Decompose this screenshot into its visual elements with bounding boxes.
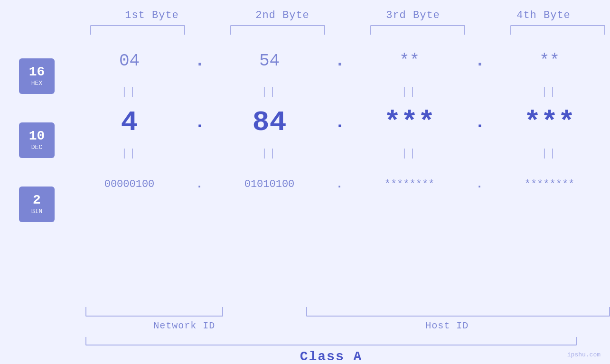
class-label: Class A <box>85 349 577 364</box>
byte-col-3: 3rd Byte <box>348 9 479 25</box>
brackets-bottom <box>76 307 610 317</box>
main-container: 1st Byte 2nd Byte 3rd Byte 4th Byte 16 H… <box>0 0 610 364</box>
byte-label-4: 4th Byte <box>516 9 571 21</box>
dec-badge-num: 10 <box>29 130 45 143</box>
bin-value-2: 01010100 <box>244 178 295 190</box>
badge-column: 16 HEX 10 DEC 2 BIN <box>19 39 55 222</box>
bracket-top-3 <box>370 25 465 35</box>
bin-cell-3: ******** <box>344 178 475 190</box>
eq1-cell-4: || <box>484 86 610 98</box>
eq2-sign-4: || <box>541 148 557 159</box>
bin-cell-1: 00000100 <box>64 178 195 190</box>
dec-cell-2: 84 <box>204 106 335 139</box>
eq2-sign-2: || <box>261 148 277 159</box>
hex-dot-2: . <box>335 51 344 71</box>
hex-dot-3: . <box>475 51 484 71</box>
hex-cell-4: ** <box>484 51 610 71</box>
content-area: 16 HEX 10 DEC 2 BIN 04 . 54 <box>0 39 610 305</box>
dec-dot-3: . <box>475 113 484 132</box>
hex-dot-1: . <box>195 51 204 71</box>
bin-row: 00000100 . 01010100 . ******** . *******… <box>64 163 610 205</box>
data-rows: 04 . 54 . ** . ** || <box>64 39 610 205</box>
hex-cell-1: 04 <box>64 51 195 71</box>
dec-value-4: *** <box>524 106 575 139</box>
bin-value-3: ******** <box>385 178 435 190</box>
class-bracket <box>85 337 577 345</box>
bracket-top-1 <box>90 25 185 35</box>
equals-row-1: || || || || <box>64 82 610 101</box>
hex-row: 04 . 54 . ** . ** <box>64 39 610 82</box>
dec-value-1: 4 <box>121 106 138 139</box>
byte-label-3: 3rd Byte <box>386 9 440 21</box>
bin-dot-3: . <box>475 178 484 191</box>
dec-dot-1: . <box>195 113 204 132</box>
byte-label-1: 1st Byte <box>125 9 179 21</box>
dec-dot-2: . <box>335 113 344 132</box>
class-row-container: Class A <box>0 337 610 364</box>
hex-cell-2: 54 <box>204 51 335 71</box>
bracket-top-2 <box>230 25 325 35</box>
bracket-bottom-network <box>85 307 223 317</box>
dec-cell-4: *** <box>484 106 610 139</box>
bin-value-4: ******** <box>525 178 575 190</box>
hex-value-3: ** <box>399 51 420 71</box>
eq1-cell-1: || <box>64 86 195 98</box>
eq1-cell-2: || <box>204 86 335 98</box>
hex-value-1: 04 <box>119 51 140 71</box>
bin-cell-4: ******** <box>484 178 610 190</box>
bracket-bottom-host <box>306 307 610 317</box>
bracket-top-4 <box>510 25 605 35</box>
dec-cell-1: 4 <box>64 106 195 139</box>
bin-dot-2: . <box>335 178 344 191</box>
eq2-sign-1: || <box>121 148 137 159</box>
dec-row: 4 . 84 . *** . *** <box>64 101 610 144</box>
byte-col-4: 4th Byte <box>479 9 609 25</box>
eq2-cell-3: || <box>344 148 475 159</box>
byte-col-2: 2nd Byte <box>217 9 348 25</box>
dec-badge: 10 DEC <box>19 122 55 158</box>
bin-cell-2: 01010100 <box>204 178 335 190</box>
hex-badge-num: 16 <box>29 65 45 79</box>
bottom-section: Network ID Host ID <box>0 307 610 331</box>
host-id-label: Host ID <box>284 320 610 331</box>
eq1-cell-3: || <box>344 86 475 98</box>
watermark: ipshu.com <box>567 351 601 358</box>
eq2-sign-3: || <box>401 148 417 159</box>
eq2-cell-1: || <box>64 148 195 159</box>
bin-value-1: 00000100 <box>104 178 155 190</box>
bin-badge-text: BIN <box>31 208 42 215</box>
network-id-label: Network ID <box>84 320 284 331</box>
bin-dot-1: . <box>195 178 204 191</box>
hex-value-2: 54 <box>259 51 280 71</box>
eq1-sign-4: || <box>541 86 557 98</box>
dec-badge-text: DEC <box>31 144 42 151</box>
eq2-cell-2: || <box>204 148 335 159</box>
hex-value-4: ** <box>539 51 560 71</box>
hex-cell-3: ** <box>344 51 475 71</box>
bin-badge: 2 BIN <box>19 187 55 222</box>
dec-cell-3: *** <box>344 106 475 139</box>
labels-row: Network ID Host ID <box>76 317 610 331</box>
eq1-sign-1: || <box>121 86 137 98</box>
byte-label-2: 2nd Byte <box>255 9 310 21</box>
bin-badge-num: 2 <box>33 194 41 207</box>
header-row: 1st Byte 2nd Byte 3rd Byte 4th Byte <box>0 0 610 25</box>
equals-row-2: || || || || <box>64 144 610 163</box>
dec-value-2: 84 <box>252 106 286 139</box>
eq1-sign-3: || <box>401 86 417 98</box>
top-brackets <box>0 25 610 35</box>
hex-badge-text: HEX <box>31 80 42 87</box>
dec-value-3: *** <box>384 106 435 139</box>
byte-col-1: 1st Byte <box>87 9 217 25</box>
eq2-cell-4: || <box>484 148 610 159</box>
hex-badge: 16 HEX <box>19 58 55 94</box>
eq1-sign-2: || <box>261 86 277 98</box>
